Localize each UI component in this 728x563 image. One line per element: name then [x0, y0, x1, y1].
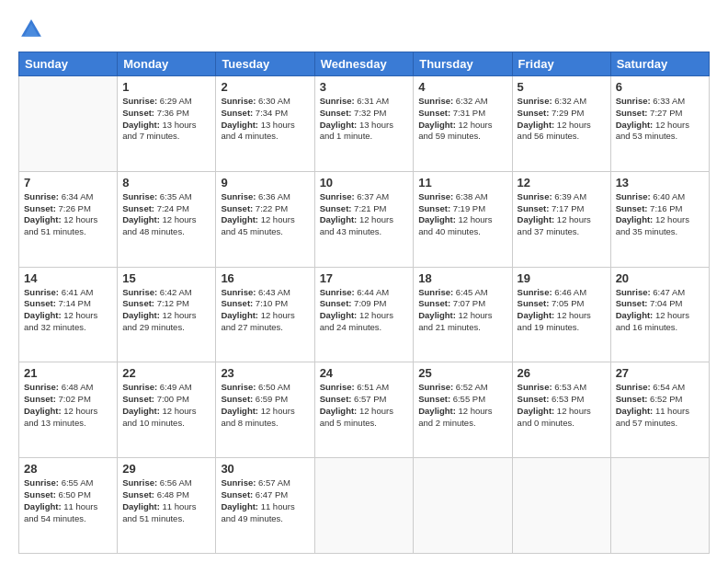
day-number: 15 — [122, 271, 210, 285]
day-info: Sunrise: 6:52 AMSunset: 6:55 PMDaylight:… — [418, 382, 506, 429]
calendar-cell: 3Sunrise: 6:31 AMSunset: 7:32 PMDaylight… — [314, 76, 414, 172]
calendar-cell: 6Sunrise: 6:33 AMSunset: 7:27 PMDaylight… — [610, 76, 709, 172]
day-info: Sunrise: 6:39 AMSunset: 7:17 PMDaylight:… — [518, 191, 606, 238]
calendar-cell: 22Sunrise: 6:49 AMSunset: 7:00 PMDayligh… — [118, 362, 216, 458]
day-info: Sunrise: 6:40 AMSunset: 7:16 PMDaylight:… — [616, 191, 704, 238]
day-number: 11 — [418, 176, 506, 190]
day-number: 5 — [518, 80, 606, 94]
day-number: 6 — [616, 80, 704, 94]
day-number: 22 — [122, 366, 210, 380]
day-number: 8 — [122, 176, 210, 190]
day-info: Sunrise: 6:54 AMSunset: 6:52 PMDaylight:… — [616, 382, 704, 429]
calendar-cell: 15Sunrise: 6:42 AMSunset: 7:12 PMDayligh… — [118, 267, 216, 362]
day-number: 17 — [320, 271, 409, 285]
weekday-header-friday: Friday — [512, 52, 610, 76]
day-number: 24 — [320, 366, 409, 380]
weekday-header-saturday: Saturday — [610, 52, 709, 76]
weekday-header-thursday: Thursday — [414, 52, 512, 76]
day-number: 25 — [418, 366, 506, 380]
day-number: 3 — [320, 80, 409, 94]
calendar-cell: 14Sunrise: 6:41 AMSunset: 7:14 PMDayligh… — [19, 267, 118, 362]
week-row-2: 14Sunrise: 6:41 AMSunset: 7:14 PMDayligh… — [19, 267, 710, 362]
calendar-cell: 26Sunrise: 6:53 AMSunset: 6:53 PMDayligh… — [512, 362, 610, 458]
weekday-header-tuesday: Tuesday — [216, 52, 314, 76]
calendar-cell: 12Sunrise: 6:39 AMSunset: 7:17 PMDayligh… — [512, 171, 610, 267]
logo — [18, 17, 48, 42]
calendar-cell: 27Sunrise: 6:54 AMSunset: 6:52 PMDayligh… — [610, 362, 709, 458]
day-info: Sunrise: 6:36 AMSunset: 7:22 PMDaylight:… — [221, 191, 309, 238]
day-info: Sunrise: 6:41 AMSunset: 7:14 PMDaylight:… — [24, 287, 112, 334]
day-number: 21 — [24, 366, 112, 380]
calendar-cell: 17Sunrise: 6:44 AMSunset: 7:09 PMDayligh… — [314, 267, 414, 362]
week-row-4: 28Sunrise: 6:55 AMSunset: 6:50 PMDayligh… — [19, 458, 710, 554]
day-number: 14 — [24, 271, 112, 285]
calendar-cell: 1Sunrise: 6:29 AMSunset: 7:36 PMDaylight… — [118, 76, 216, 172]
calendar-cell: 23Sunrise: 6:50 AMSunset: 6:59 PMDayligh… — [216, 362, 314, 458]
calendar-cell: 25Sunrise: 6:52 AMSunset: 6:55 PMDayligh… — [414, 362, 512, 458]
day-info: Sunrise: 6:47 AMSunset: 7:04 PMDaylight:… — [616, 287, 704, 334]
day-number: 16 — [221, 271, 309, 285]
day-info: Sunrise: 6:32 AMSunset: 7:29 PMDaylight:… — [518, 96, 606, 143]
calendar-cell: 8Sunrise: 6:35 AMSunset: 7:24 PMDaylight… — [118, 171, 216, 267]
week-row-3: 21Sunrise: 6:48 AMSunset: 7:02 PMDayligh… — [19, 362, 710, 458]
calendar-cell: 28Sunrise: 6:55 AMSunset: 6:50 PMDayligh… — [19, 458, 118, 554]
page: SundayMondayTuesdayWednesdayThursdayFrid… — [0, 0, 728, 563]
day-info: Sunrise: 6:50 AMSunset: 6:59 PMDaylight:… — [221, 382, 309, 429]
calendar-cell — [19, 76, 118, 172]
day-info: Sunrise: 6:56 AMSunset: 6:48 PMDaylight:… — [122, 477, 210, 524]
day-number: 9 — [221, 176, 309, 190]
day-info: Sunrise: 6:37 AMSunset: 7:21 PMDaylight:… — [320, 191, 409, 238]
day-number: 27 — [616, 366, 704, 380]
day-info: Sunrise: 6:35 AMSunset: 7:24 PMDaylight:… — [122, 191, 210, 238]
day-info: Sunrise: 6:45 AMSunset: 7:07 PMDaylight:… — [418, 287, 506, 334]
day-number: 1 — [122, 80, 210, 94]
header — [18, 17, 710, 42]
day-number: 10 — [320, 176, 409, 190]
week-row-1: 7Sunrise: 6:34 AMSunset: 7:26 PMDaylight… — [19, 171, 710, 267]
day-number: 12 — [518, 176, 606, 190]
calendar-cell: 13Sunrise: 6:40 AMSunset: 7:16 PMDayligh… — [610, 171, 709, 267]
day-info: Sunrise: 6:57 AMSunset: 6:47 PMDaylight:… — [221, 477, 309, 524]
calendar-cell: 4Sunrise: 6:32 AMSunset: 7:31 PMDaylight… — [414, 76, 512, 172]
calendar-cell: 5Sunrise: 6:32 AMSunset: 7:29 PMDaylight… — [512, 76, 610, 172]
day-number: 26 — [518, 366, 606, 380]
day-info: Sunrise: 6:42 AMSunset: 7:12 PMDaylight:… — [122, 287, 210, 334]
weekday-header-sunday: Sunday — [19, 52, 118, 76]
day-number: 28 — [24, 462, 112, 476]
day-number: 30 — [221, 462, 309, 476]
calendar-cell — [512, 458, 610, 554]
day-info: Sunrise: 6:44 AMSunset: 7:09 PMDaylight:… — [320, 287, 409, 334]
day-number: 13 — [616, 176, 704, 190]
calendar-cell: 29Sunrise: 6:56 AMSunset: 6:48 PMDayligh… — [118, 458, 216, 554]
day-number: 23 — [221, 366, 309, 380]
calendar-cell: 19Sunrise: 6:46 AMSunset: 7:05 PMDayligh… — [512, 267, 610, 362]
day-info: Sunrise: 6:38 AMSunset: 7:19 PMDaylight:… — [418, 191, 506, 238]
day-info: Sunrise: 6:29 AMSunset: 7:36 PMDaylight:… — [122, 96, 210, 143]
day-info: Sunrise: 6:30 AMSunset: 7:34 PMDaylight:… — [221, 96, 309, 143]
day-info: Sunrise: 6:34 AMSunset: 7:26 PMDaylight:… — [24, 191, 112, 238]
week-row-0: 1Sunrise: 6:29 AMSunset: 7:36 PMDaylight… — [19, 76, 710, 172]
calendar-cell: 10Sunrise: 6:37 AMSunset: 7:21 PMDayligh… — [314, 171, 414, 267]
day-info: Sunrise: 6:33 AMSunset: 7:27 PMDaylight:… — [616, 96, 704, 143]
day-number: 19 — [518, 271, 606, 285]
day-number: 7 — [24, 176, 112, 190]
calendar-cell — [414, 458, 512, 554]
day-number: 2 — [221, 80, 309, 94]
day-number: 18 — [418, 271, 506, 285]
day-info: Sunrise: 6:48 AMSunset: 7:02 PMDaylight:… — [24, 382, 112, 429]
day-info: Sunrise: 6:46 AMSunset: 7:05 PMDaylight:… — [518, 287, 606, 334]
day-info: Sunrise: 6:49 AMSunset: 7:00 PMDaylight:… — [122, 382, 210, 429]
calendar-table: SundayMondayTuesdayWednesdayThursdayFrid… — [18, 52, 710, 554]
weekday-header-wednesday: Wednesday — [314, 52, 414, 76]
calendar-cell: 21Sunrise: 6:48 AMSunset: 7:02 PMDayligh… — [19, 362, 118, 458]
calendar-cell: 2Sunrise: 6:30 AMSunset: 7:34 PMDaylight… — [216, 76, 314, 172]
weekday-header-row: SundayMondayTuesdayWednesdayThursdayFrid… — [19, 52, 710, 76]
calendar-cell: 30Sunrise: 6:57 AMSunset: 6:47 PMDayligh… — [216, 458, 314, 554]
calendar-cell: 24Sunrise: 6:51 AMSunset: 6:57 PMDayligh… — [314, 362, 414, 458]
day-info: Sunrise: 6:43 AMSunset: 7:10 PMDaylight:… — [221, 287, 309, 334]
day-number: 20 — [616, 271, 704, 285]
weekday-header-monday: Monday — [118, 52, 216, 76]
logo-icon — [18, 17, 44, 42]
day-info: Sunrise: 6:31 AMSunset: 7:32 PMDaylight:… — [320, 96, 409, 143]
calendar-cell: 16Sunrise: 6:43 AMSunset: 7:10 PMDayligh… — [216, 267, 314, 362]
